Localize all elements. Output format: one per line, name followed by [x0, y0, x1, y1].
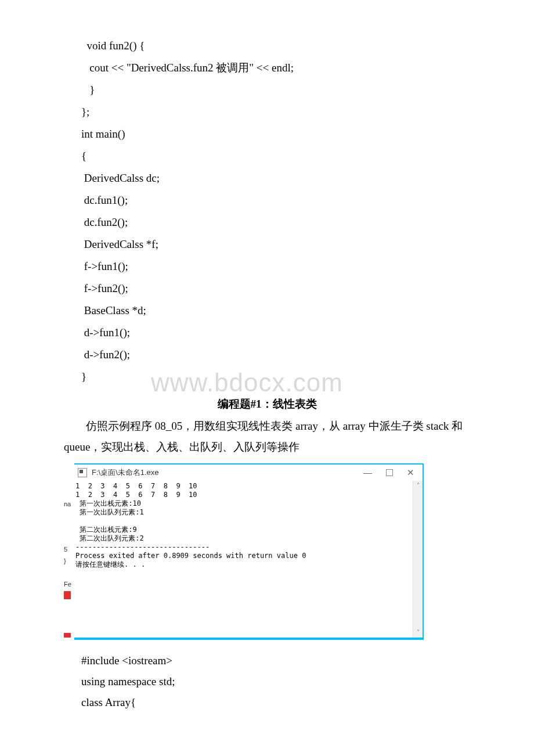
- section-heading: 编程题#1：线性表类: [64, 397, 470, 412]
- side-label: na: [64, 501, 71, 507]
- code-line: };: [81, 101, 470, 123]
- window-controls: — ✕: [363, 467, 419, 478]
- code-line: #include <iostream>: [81, 650, 470, 671]
- scroll-up-icon[interactable]: ˄: [413, 481, 423, 491]
- minimize-button[interactable]: —: [363, 467, 372, 477]
- code-line: {: [81, 145, 470, 167]
- description-line-2: queue，实现出栈、入栈、出队列、入队列等操作: [64, 438, 470, 456]
- maximize-button[interactable]: [386, 469, 393, 476]
- code-line: cout << "DerivedCalss.fun2 被调用" << endl;: [81, 57, 470, 79]
- console-output: 1 2 3 4 5 6 7 8 9 10 1 2 3 4 5 6 7 8 9 1…: [74, 481, 413, 638]
- code-line: void fun2() {: [81, 35, 470, 57]
- code-line: f->fun2();: [81, 278, 470, 300]
- code-line: int main(): [81, 123, 470, 145]
- code-line: d->fun1();: [81, 322, 470, 344]
- console-title: F:\桌面\未命名1.exe: [92, 467, 363, 478]
- close-button[interactable]: ✕: [407, 467, 414, 478]
- code-line: dc.fun1();: [81, 189, 470, 211]
- side-label: }: [64, 557, 66, 564]
- code-line: }: [81, 366, 470, 388]
- code-line: dc.fun2();: [81, 211, 470, 233]
- console-window: na 5 } Fe F:\桌面\未命名1.exe — ✕ 1 2 3 4 5 6…: [74, 463, 424, 640]
- side-crop-labels: na 5 } Fe: [64, 465, 74, 638]
- code-line: DerivedCalss dc;: [81, 167, 470, 189]
- code-block-bottom: #include <iostream> using namespace std;…: [81, 650, 470, 713]
- code-line: class Array{: [81, 692, 470, 713]
- side-red-marker: [64, 633, 71, 638]
- side-label: 5: [64, 546, 67, 553]
- code-line: DerivedCalss *f;: [81, 233, 470, 255]
- side-label: Fe: [64, 581, 71, 588]
- code-line: BaseClass *d;: [81, 300, 470, 322]
- code-line: d->fun2();: [81, 344, 470, 366]
- side-red-marker: [64, 591, 71, 599]
- code-line: f->fun1();: [81, 255, 470, 278]
- console-titlebar: F:\桌面\未命名1.exe — ✕: [74, 465, 423, 481]
- app-icon: [78, 468, 87, 477]
- console-body: 1 2 3 4 5 6 7 8 9 10 1 2 3 4 5 6 7 8 9 1…: [74, 481, 423, 638]
- code-line: using namespace std;: [81, 671, 470, 692]
- description-line-1: 仿照示例程序 08_05，用数组实现线性表类 array，从 array 中派生…: [64, 417, 470, 435]
- console-scrollbar[interactable]: ˄ ˅: [413, 481, 423, 638]
- scroll-down-icon[interactable]: ˅: [413, 628, 423, 638]
- code-line: }: [81, 79, 470, 101]
- code-block-top: void fun2() { cout << "DerivedCalss.fun2…: [81, 35, 470, 388]
